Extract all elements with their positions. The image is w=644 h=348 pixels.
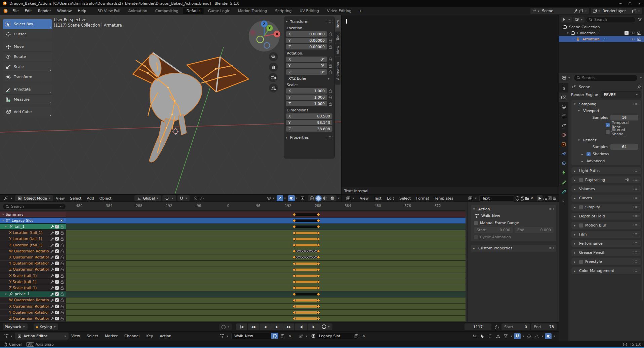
channel-tail-1[interactable]: ▾tail_1✓	[0, 224, 66, 230]
shading-dropdown[interactable]: ▾	[337, 197, 340, 200]
error-filter-icon[interactable]	[495, 333, 501, 339]
properties-tab-object-data[interactable]	[559, 168, 568, 177]
channel-x-scale-tail-1-[interactable]: X Scale (tail_1)✓	[0, 273, 66, 279]
unlink-action-icon[interactable]: ✕	[286, 333, 293, 339]
keyframe[interactable]	[305, 250, 308, 252]
overlay-toggle-icon[interactable]	[545, 333, 552, 339]
shading-wireframe-icon[interactable]	[309, 195, 315, 201]
funnel-filter-icon[interactable]	[502, 333, 509, 339]
slot-dropdown[interactable]: ▾	[297, 333, 310, 340]
outliner-search-input[interactable]: Search	[586, 16, 636, 23]
dimension-x-field[interactable]: X80.500	[286, 113, 332, 119]
expand-icon[interactable]: ▾	[4, 292, 7, 296]
pin-icon[interactable]	[573, 9, 578, 13]
lock-icon[interactable]	[327, 64, 332, 68]
collapse-icon[interactable]: ▾	[286, 20, 289, 23]
dopesheet-editor-type-dropdown[interactable]: ▾	[2, 333, 15, 340]
properties-tab-tool[interactable]	[559, 83, 568, 93]
render-layer-selector[interactable]: ▾ RenderLayer ✕	[591, 8, 642, 14]
keyframe-selected[interactable]	[293, 219, 296, 222]
workspace-tab-video-editing[interactable]: Video Editing	[323, 8, 355, 14]
properties-tab-physics[interactable]	[559, 149, 568, 159]
keyframe-selected[interactable]	[317, 280, 320, 283]
menu-window[interactable]: Window	[54, 9, 75, 13]
text-menu-edit[interactable]: Edit	[384, 196, 397, 201]
keyframe-selected[interactable]	[317, 213, 320, 216]
dimension-z-field[interactable]: Z38.808	[286, 126, 332, 132]
zoom-icon[interactable]	[269, 52, 278, 61]
tool-rotate[interactable]: Rotate	[3, 52, 52, 62]
properties-tab-output[interactable]	[559, 102, 568, 111]
workspace-tab-compositing[interactable]: Compositing	[152, 8, 182, 14]
channel-enable-checkbox[interactable]: ✓	[55, 286, 59, 290]
syntax-highlight-toggle[interactable]	[552, 195, 557, 201]
key-row[interactable]	[66, 212, 466, 217]
cyclic-checkbox[interactable]	[474, 235, 478, 239]
key-row[interactable]	[66, 230, 466, 236]
panel-volumes[interactable]: ▸Volumes	[571, 185, 641, 193]
blender-menu-logo-icon[interactable]	[3, 8, 8, 13]
falloff-curve-icon[interactable]	[533, 333, 540, 339]
playback-popover-button[interactable]: Playback▾	[3, 323, 28, 330]
channel-legacy-slot[interactable]: ▾Legacy Slot	[0, 218, 66, 223]
properties-tab-bone-constraint[interactable]	[559, 187, 568, 196]
viewport-samples-field[interactable]: 16	[610, 115, 639, 120]
channel-z-location-tail-1-[interactable]: Z Location (tail_1)✓	[0, 242, 66, 248]
key-row[interactable]	[66, 254, 466, 260]
sampling-panel-header[interactable]: ▾Sampling	[571, 101, 641, 107]
panel-checkbox[interactable]	[579, 205, 583, 209]
channel-z-quaternion-rotation-tail-1-[interactable]: Z Quaternion Rotation (tail_1)✓	[0, 267, 66, 273]
action-end-field[interactable]: End0.000	[515, 227, 554, 233]
scale-z-field[interactable]: Z1.000	[286, 101, 327, 106]
lock-icon[interactable]	[327, 38, 332, 43]
dopesheet-menu-key[interactable]: Key	[144, 334, 156, 338]
channel-z-quaternion-rotation-pelvic-1-[interactable]: Z Quaternion Rotation (pelvic_1)✓	[0, 316, 66, 321]
properties-tab-world[interactable]	[559, 130, 568, 140]
camera-view-icon[interactable]	[269, 73, 278, 82]
viewport-editor-type-dropdown[interactable]: ▾	[1, 195, 15, 201]
mode-dropdown[interactable]: Object Mode▾	[15, 195, 53, 201]
pin-icon[interactable]	[636, 85, 641, 89]
close-button[interactable]: ✕	[635, 0, 644, 7]
keyframe-selected[interactable]	[317, 238, 320, 241]
current-frame-field[interactable]: 1117	[465, 323, 491, 330]
panel-curves[interactable]: ▸Curves	[571, 194, 641, 202]
channel-enable-checkbox[interactable]: ✓	[55, 317, 59, 320]
show-overlays-toggle[interactable]	[288, 195, 295, 201]
tool-move[interactable]: Move	[3, 42, 52, 52]
keyframe-selected[interactable]	[293, 250, 296, 253]
channel-search-input[interactable]: Search ↔	[3, 203, 66, 210]
keyframe-selected[interactable]	[317, 317, 320, 320]
keyframe-selected[interactable]	[293, 311, 296, 314]
play-button[interactable]: ▶	[271, 323, 283, 330]
keyframe-selected[interactable]	[317, 311, 320, 314]
dopesheet-menu-select[interactable]: Select	[84, 334, 101, 338]
text-menu-text[interactable]: Text	[371, 196, 384, 201]
run-script-button[interactable]	[537, 195, 542, 201]
sidebar-tab-tool[interactable]: Tool	[335, 31, 340, 43]
auto-key-toggle[interactable]: ▾	[320, 323, 332, 330]
pan-hand-icon[interactable]	[269, 63, 278, 72]
funnel-filter-icon[interactable]	[637, 18, 642, 22]
keyframe-selected[interactable]	[317, 256, 320, 259]
expand-icon[interactable]: ▾	[2, 219, 5, 222]
text-menu-format[interactable]: Format	[413, 196, 432, 201]
channel-enable-checkbox[interactable]: ✓	[55, 243, 59, 247]
lock-icon[interactable]	[327, 70, 332, 74]
key-row[interactable]	[66, 273, 466, 279]
key-row[interactable]	[66, 316, 466, 321]
workspace-tab-uv-editing[interactable]: UV Editing	[296, 8, 323, 14]
menu-file[interactable]: File	[9, 9, 22, 13]
text-editor-type-dropdown[interactable]: ▾	[344, 195, 357, 201]
add-workspace-button[interactable]: +	[355, 8, 366, 14]
channel-enable-checkbox[interactable]: ✓	[55, 292, 59, 296]
panel-depth-of-field[interactable]: ▸Depth of Field	[571, 212, 641, 220]
workspace-tab-3d-view-full[interactable]: 3D View Full	[94, 8, 124, 14]
rotation-x-field[interactable]: X0°	[286, 57, 327, 62]
key-row[interactable]	[66, 304, 466, 309]
tabs-overflow-icon[interactable]: ▾	[562, 200, 565, 203]
scale-y-field[interactable]: Y1.000	[286, 95, 327, 100]
shading-solid-icon[interactable]	[316, 196, 321, 201]
keyframe-selected[interactable]	[293, 244, 296, 247]
workspace-tab-game-logic[interactable]: Game Logic	[204, 8, 234, 14]
